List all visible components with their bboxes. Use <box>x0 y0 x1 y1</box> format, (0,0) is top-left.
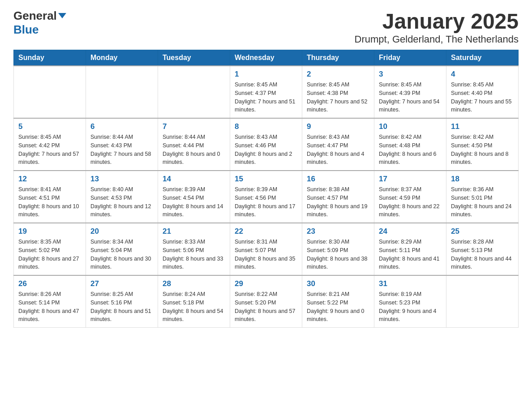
day-number: 12 <box>18 175 81 184</box>
calendar-cell: 17Sunrise: 8:37 AM Sunset: 4:59 PM Dayli… <box>374 171 446 223</box>
calendar-cell <box>158 66 230 118</box>
day-info: Sunrise: 8:29 AM Sunset: 5:11 PM Dayligh… <box>379 238 442 271</box>
calendar-subtitle: Drumpt, Gelderland, The Netherlands <box>355 34 519 45</box>
calendar-cell: 16Sunrise: 8:38 AM Sunset: 4:57 PM Dayli… <box>302 171 374 223</box>
calendar-cell: 13Sunrise: 8:40 AM Sunset: 4:53 PM Dayli… <box>86 171 158 223</box>
day-info: Sunrise: 8:35 AM Sunset: 5:02 PM Dayligh… <box>18 238 81 271</box>
day-info: Sunrise: 8:19 AM Sunset: 5:23 PM Dayligh… <box>379 290 442 324</box>
day-number: 17 <box>379 175 442 184</box>
calendar-cell: 10Sunrise: 8:42 AM Sunset: 4:48 PM Dayli… <box>374 118 446 171</box>
calendar-cell: 4Sunrise: 8:45 AM Sunset: 4:40 PM Daylig… <box>446 66 519 118</box>
day-info: Sunrise: 8:41 AM Sunset: 4:51 PM Dayligh… <box>18 185 81 219</box>
calendar-header-row: SundayMondayTuesdayWednesdayThursdayFrid… <box>14 50 519 66</box>
day-info: Sunrise: 8:21 AM Sunset: 5:22 PM Dayligh… <box>307 290 369 324</box>
day-number: 29 <box>235 279 297 288</box>
calendar-cell: 9Sunrise: 8:43 AM Sunset: 4:47 PM Daylig… <box>302 118 374 171</box>
calendar-cell: 30Sunrise: 8:21 AM Sunset: 5:22 PM Dayli… <box>302 275 374 328</box>
calendar-cell: 12Sunrise: 8:41 AM Sunset: 4:51 PM Dayli… <box>14 171 86 223</box>
page-header: General Blue January 2025 Drumpt, Gelder… <box>13 9 519 45</box>
day-info: Sunrise: 8:39 AM Sunset: 4:56 PM Dayligh… <box>235 185 297 219</box>
day-number: 6 <box>90 122 153 131</box>
day-info: Sunrise: 8:45 AM Sunset: 4:38 PM Dayligh… <box>307 81 369 114</box>
calendar-cell: 22Sunrise: 8:31 AM Sunset: 5:07 PM Dayli… <box>230 223 302 275</box>
calendar-week-4: 19Sunrise: 8:35 AM Sunset: 5:02 PM Dayli… <box>14 223 519 275</box>
day-info: Sunrise: 8:45 AM Sunset: 4:39 PM Dayligh… <box>379 81 442 114</box>
calendar-cell: 1Sunrise: 8:45 AM Sunset: 4:37 PM Daylig… <box>230 66 302 118</box>
weekday-header-monday: Monday <box>86 50 158 66</box>
day-info: Sunrise: 8:45 AM Sunset: 4:40 PM Dayligh… <box>451 81 514 114</box>
calendar-cell <box>446 275 519 328</box>
day-info: Sunrise: 8:42 AM Sunset: 4:50 PM Dayligh… <box>451 133 514 167</box>
day-number: 31 <box>379 279 442 288</box>
logo: General Blue <box>13 9 66 37</box>
day-number: 20 <box>90 227 153 236</box>
calendar-cell: 8Sunrise: 8:43 AM Sunset: 4:46 PM Daylig… <box>230 118 302 171</box>
day-number: 21 <box>163 227 225 236</box>
day-number: 23 <box>307 227 369 236</box>
weekday-header-tuesday: Tuesday <box>158 50 230 66</box>
calendar-cell: 6Sunrise: 8:44 AM Sunset: 4:43 PM Daylig… <box>86 118 158 171</box>
day-info: Sunrise: 8:34 AM Sunset: 5:04 PM Dayligh… <box>90 238 153 271</box>
day-number: 5 <box>18 122 81 131</box>
weekday-header-wednesday: Wednesday <box>230 50 302 66</box>
day-number: 4 <box>451 70 514 79</box>
day-number: 19 <box>18 227 81 236</box>
logo-text: General Blue <box>13 9 66 37</box>
day-number: 15 <box>235 175 297 184</box>
calendar-cell: 18Sunrise: 8:36 AM Sunset: 5:01 PM Dayli… <box>446 171 519 223</box>
day-info: Sunrise: 8:43 AM Sunset: 4:47 PM Dayligh… <box>307 133 369 167</box>
calendar-table: SundayMondayTuesdayWednesdayThursdayFrid… <box>13 50 519 328</box>
calendar-cell: 5Sunrise: 8:45 AM Sunset: 4:42 PM Daylig… <box>14 118 86 171</box>
day-number: 14 <box>163 175 225 184</box>
day-number: 16 <box>307 175 369 184</box>
calendar-cell: 11Sunrise: 8:42 AM Sunset: 4:50 PM Dayli… <box>446 118 519 171</box>
calendar-week-3: 12Sunrise: 8:41 AM Sunset: 4:51 PM Dayli… <box>14 171 519 223</box>
day-number: 26 <box>18 279 81 288</box>
day-info: Sunrise: 8:42 AM Sunset: 4:48 PM Dayligh… <box>379 133 442 167</box>
day-info: Sunrise: 8:43 AM Sunset: 4:46 PM Dayligh… <box>235 133 297 167</box>
day-info: Sunrise: 8:26 AM Sunset: 5:14 PM Dayligh… <box>18 290 81 324</box>
calendar-cell: 28Sunrise: 8:24 AM Sunset: 5:18 PM Dayli… <box>158 275 230 328</box>
day-number: 1 <box>235 70 297 79</box>
day-info: Sunrise: 8:30 AM Sunset: 5:09 PM Dayligh… <box>307 238 369 271</box>
calendar-cell: 7Sunrise: 8:44 AM Sunset: 4:44 PM Daylig… <box>158 118 230 171</box>
day-info: Sunrise: 8:33 AM Sunset: 5:06 PM Dayligh… <box>163 238 225 271</box>
calendar-cell: 20Sunrise: 8:34 AM Sunset: 5:04 PM Dayli… <box>86 223 158 275</box>
day-info: Sunrise: 8:44 AM Sunset: 4:43 PM Dayligh… <box>90 133 153 167</box>
weekday-header-saturday: Saturday <box>446 50 519 66</box>
day-number: 24 <box>379 227 442 236</box>
calendar-cell <box>86 66 158 118</box>
title-section: January 2025 Drumpt, Gelderland, The Net… <box>355 9 519 45</box>
day-info: Sunrise: 8:39 AM Sunset: 4:54 PM Dayligh… <box>163 185 225 219</box>
calendar-cell: 24Sunrise: 8:29 AM Sunset: 5:11 PM Dayli… <box>374 223 446 275</box>
calendar-week-5: 26Sunrise: 8:26 AM Sunset: 5:14 PM Dayli… <box>14 275 519 328</box>
day-number: 25 <box>451 227 514 236</box>
weekday-header-thursday: Thursday <box>302 50 374 66</box>
day-number: 9 <box>307 122 369 131</box>
day-info: Sunrise: 8:45 AM Sunset: 4:42 PM Dayligh… <box>18 133 81 167</box>
day-info: Sunrise: 8:45 AM Sunset: 4:37 PM Dayligh… <box>235 81 297 114</box>
day-number: 22 <box>235 227 297 236</box>
day-number: 30 <box>307 279 369 288</box>
day-number: 13 <box>90 175 153 184</box>
calendar-cell: 23Sunrise: 8:30 AM Sunset: 5:09 PM Dayli… <box>302 223 374 275</box>
day-info: Sunrise: 8:40 AM Sunset: 4:53 PM Dayligh… <box>90 185 153 219</box>
calendar-cell: 3Sunrise: 8:45 AM Sunset: 4:39 PM Daylig… <box>374 66 446 118</box>
calendar-cell <box>14 66 86 118</box>
day-info: Sunrise: 8:37 AM Sunset: 4:59 PM Dayligh… <box>379 185 442 219</box>
day-number: 7 <box>163 122 225 131</box>
day-number: 10 <box>379 122 442 131</box>
calendar-cell: 15Sunrise: 8:39 AM Sunset: 4:56 PM Dayli… <box>230 171 302 223</box>
calendar-cell: 25Sunrise: 8:28 AM Sunset: 5:13 PM Dayli… <box>446 223 519 275</box>
calendar-title: January 2025 <box>355 9 519 34</box>
calendar-cell: 27Sunrise: 8:25 AM Sunset: 5:16 PM Dayli… <box>86 275 158 328</box>
calendar-week-1: 1Sunrise: 8:45 AM Sunset: 4:37 PM Daylig… <box>14 66 519 118</box>
day-number: 8 <box>235 122 297 131</box>
calendar-cell: 31Sunrise: 8:19 AM Sunset: 5:23 PM Dayli… <box>374 275 446 328</box>
day-info: Sunrise: 8:36 AM Sunset: 5:01 PM Dayligh… <box>451 185 514 219</box>
day-info: Sunrise: 8:25 AM Sunset: 5:16 PM Dayligh… <box>90 290 153 324</box>
day-number: 2 <box>307 70 369 79</box>
day-info: Sunrise: 8:22 AM Sunset: 5:20 PM Dayligh… <box>235 290 297 324</box>
weekday-header-sunday: Sunday <box>14 50 86 66</box>
calendar-cell: 2Sunrise: 8:45 AM Sunset: 4:38 PM Daylig… <box>302 66 374 118</box>
